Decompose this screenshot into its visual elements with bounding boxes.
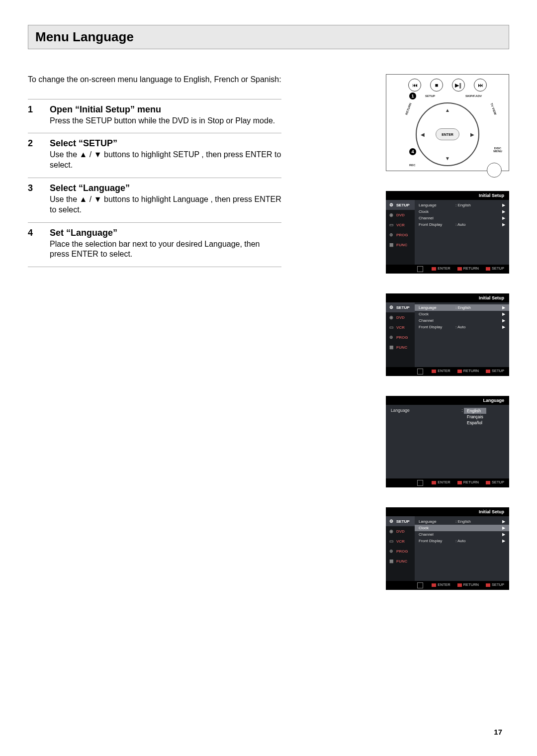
- prog-icon: ⊕: [388, 548, 394, 554]
- tvview-label: TV VIEW: [490, 102, 497, 115]
- rec-label: REC: [409, 164, 416, 167]
- osd-row: Clock▶: [419, 311, 505, 317]
- dvd-icon: ◉: [388, 212, 394, 218]
- osd-tab-dvd: ◉DVD: [386, 210, 415, 220]
- step-number: 1: [28, 104, 40, 115]
- osd-tab-setup: ⚙SETUP: [386, 516, 415, 526]
- language-option: Español: [464, 420, 486, 426]
- func-icon: ▦: [388, 344, 394, 350]
- osd-tab-vcr: ▭VCR: [386, 322, 415, 332]
- osd-header: Language: [386, 396, 509, 405]
- step-body: Use the ▲ / ▼ buttons to highlight Langu…: [50, 194, 281, 215]
- page-title-box: Menu Language: [28, 25, 509, 49]
- osd-row: Front Display: Auto▶: [419, 538, 505, 544]
- left-arrow-icon: ◀: [421, 132, 425, 137]
- osd-row: Clock▶: [419, 208, 505, 215]
- osd-screenshot-4: Initial Setup ⚙SETUP◉DVD▭VCR⊕PROG▦FUNC L…: [386, 507, 509, 590]
- page-number: 17: [494, 728, 502, 736]
- osd-row: Front Display: Auto▶: [419, 221, 505, 228]
- osd-tab-prog: ⊕PROG: [386, 332, 415, 342]
- step-title: Select “SETUP”: [50, 138, 117, 149]
- osd-tab-prog: ⊕PROG: [386, 230, 415, 240]
- intro-text: To change the on-screen menu language to…: [28, 74, 281, 85]
- disc-menu-button: [487, 163, 502, 178]
- language-option: Français: [464, 414, 486, 420]
- callout-1: 1: [409, 93, 416, 99]
- osd-tab-dvd: ◉DVD: [386, 526, 415, 536]
- remote-diagram: ⏮ ■ ▶‖ ⏭ 1 4 SETUP SKIP/F.ADV RETURN TV …: [386, 74, 509, 171]
- vcr-icon: ▭: [388, 222, 394, 228]
- enter-button: ENTER: [436, 128, 459, 140]
- func-icon: ▦: [388, 242, 394, 248]
- osd-tab-vcr: ▭VCR: [386, 536, 415, 546]
- osd-tab-func: ▦FUNC: [386, 240, 415, 250]
- osd-row: Channel▶: [419, 215, 505, 221]
- osd-row: Language: English▶: [415, 304, 509, 311]
- osd-tab-vcr: ▭VCR: [386, 220, 415, 230]
- step-3: 3 Select “Language” Use the ▲ / ▼ button…: [28, 178, 281, 222]
- page-title: Menu Language: [35, 29, 502, 45]
- prog-icon: ⊕: [388, 232, 394, 238]
- step-1: 1 Open “Initial Setup” menu Press the SE…: [28, 99, 281, 133]
- osd-tab-setup: ⚙SETUP: [386, 200, 415, 210]
- setup-label: SETUP: [425, 94, 435, 97]
- setup-icon: ⚙: [388, 304, 394, 310]
- callout-4: 4: [409, 148, 416, 155]
- osd-row: Language: English▶: [419, 202, 505, 208]
- osd-row: Clock▶: [415, 525, 509, 531]
- step-number: 2: [28, 138, 40, 149]
- osd-row: Front Display: Auto▶: [419, 324, 505, 330]
- step-4: 4 Set “Language” Place the selection bar…: [28, 222, 281, 268]
- prog-icon: ⊕: [388, 334, 394, 340]
- play-pause-icon: ▶‖: [452, 79, 465, 92]
- osd-main: Language: English▶Clock▶Channel▶Front Di…: [415, 200, 509, 265]
- return-hint: RETURN: [457, 266, 479, 272]
- osd-footer: ENTER RETURN SETUP: [386, 265, 509, 274]
- dvd-icon: ◉: [388, 528, 394, 534]
- down-arrow-icon: ▼: [445, 156, 450, 161]
- move-icon: [417, 266, 425, 272]
- step-title: Select “Language”: [50, 183, 130, 193]
- vcr-icon: ▭: [388, 538, 394, 544]
- osd-screenshot-3: Language Language : EnglishFrançaisEspañ…: [386, 396, 509, 487]
- right-arrow-icon: ▶: [470, 132, 474, 137]
- discmenu-label: DISC MENU: [492, 147, 504, 153]
- up-arrow-icon: ▲: [445, 107, 450, 113]
- osd-header: Initial Setup: [386, 191, 509, 200]
- setup-hint: SETUP: [486, 266, 504, 272]
- next-icon: ⏭: [474, 79, 487, 92]
- illustrations-column: ⏮ ■ ▶‖ ⏭ 1 4 SETUP SKIP/F.ADV RETURN TV …: [296, 74, 509, 610]
- setup-icon: ⚙: [388, 518, 394, 524]
- step-body: Use the ▲ / ▼ buttons to highlight SETUP…: [50, 150, 281, 171]
- step-2: 2 Select “SETUP” Use the ▲ / ▼ buttons t…: [28, 133, 281, 178]
- dvd-icon: ◉: [388, 314, 394, 320]
- skip-label: SKIP/F.ADV: [465, 94, 482, 97]
- vcr-icon: ▭: [388, 324, 394, 330]
- osd-screenshot-2: Initial Setup ⚙SETUP◉DVD▭VCR⊕PROG▦FUNC L…: [386, 293, 509, 376]
- step-number: 4: [28, 228, 40, 238]
- setup-icon: ⚙: [388, 202, 394, 208]
- language-option: English: [464, 408, 486, 414]
- osd-row: Channel▶: [419, 317, 505, 324]
- osd-tab-dvd: ◉DVD: [386, 312, 415, 322]
- osd-row: Language: English▶: [419, 518, 505, 525]
- instructions-column: To change the on-screen menu language to…: [28, 74, 281, 267]
- step-number: 3: [28, 183, 40, 193]
- dpad: ENTER ▲ ▼ ◀ ▶: [416, 102, 479, 166]
- stop-icon: ■: [430, 79, 443, 92]
- prev-icon: ⏮: [408, 79, 421, 92]
- osd-tab-func: ▦FUNC: [386, 342, 415, 352]
- osd-header: Initial Setup: [386, 507, 509, 516]
- step-body: Press the SETUP button while the DVD is …: [50, 116, 281, 126]
- osd-tab-setup: ⚙SETUP: [386, 302, 415, 312]
- step-title: Open “Initial Setup” menu: [50, 104, 161, 115]
- step-title: Set “Language”: [50, 228, 117, 238]
- language-label: Language: [391, 408, 460, 413]
- enter-hint: ENTER: [432, 266, 450, 272]
- func-icon: ▦: [388, 558, 394, 564]
- osd-sidebar: ⚙SETUP◉DVD▭VCR⊕PROG▦FUNC: [386, 200, 415, 265]
- osd-row: Channel▶: [419, 531, 505, 538]
- osd-screenshot-1: Initial Setup ⚙SETUP◉DVD▭VCR⊕PROG▦FUNC L…: [386, 191, 509, 274]
- step-body: Place the selection bar next to your des…: [50, 239, 281, 260]
- osd-tab-prog: ⊕PROG: [386, 546, 415, 556]
